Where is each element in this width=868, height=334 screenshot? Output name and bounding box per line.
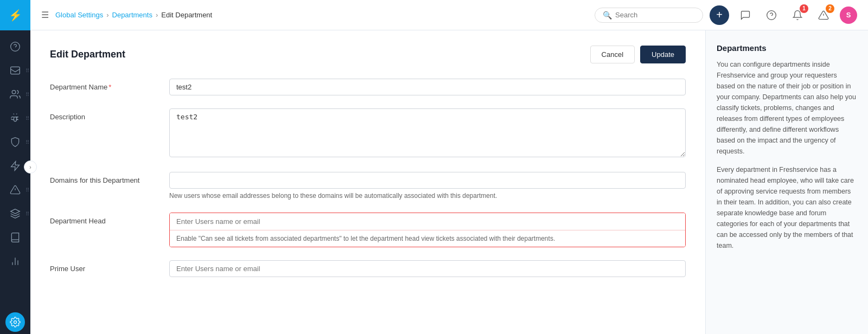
menu-button[interactable]: ☰	[41, 10, 49, 20]
label-department-head: Department Head	[50, 213, 169, 225]
svg-rect-3	[14, 117, 17, 121]
domains-help-text: New users whose email addresses belong t…	[169, 192, 686, 200]
input-wrapper-department-head: Enable "Can see all tickets from associa…	[169, 213, 686, 247]
drag-handle: ⠿	[25, 139, 29, 145]
breadcrumb-sep-2: ›	[156, 11, 158, 19]
description-input[interactable]: test2	[169, 108, 686, 157]
sidebar-nav: ⠿ ⠿ ⠿ ⠿ ⠿	[0, 30, 30, 334]
sidebar-item-users[interactable]: ⠿	[0, 82, 30, 106]
domains-input[interactable]	[169, 172, 686, 189]
messages-button[interactable]	[736, 5, 755, 25]
sidebar-item-book[interactable]	[0, 226, 30, 249]
sidebar-item-settings[interactable]	[0, 310, 30, 334]
search-input[interactable]	[615, 11, 695, 19]
sidebar-item-bug[interactable]: ⠿	[0, 106, 30, 130]
drag-handle: ⠿	[25, 115, 29, 121]
input-wrapper-department-name	[169, 79, 686, 95]
form-title: Edit Department	[50, 49, 125, 60]
drag-handle: ⠿	[25, 92, 29, 98]
label-domains: Domains for this Department	[50, 172, 169, 184]
alerts-badge: 2	[826, 4, 834, 13]
input-wrapper-prime-user	[169, 260, 686, 277]
drag-handle: ⠿	[25, 68, 29, 74]
breadcrumb: Global Settings › Departments › Edit Dep…	[55, 11, 212, 19]
main-wrapper: ☰ Global Settings › Departments › Edit D…	[30, 0, 868, 334]
breadcrumb-current: Edit Department	[161, 11, 212, 19]
alerts-button[interactable]: 2	[814, 5, 833, 25]
field-department-name: Department Name*	[50, 79, 686, 95]
svg-rect-1	[11, 67, 20, 74]
department-head-input[interactable]	[170, 213, 685, 230]
navbar: ☰ Global Settings › Departments › Edit D…	[30, 0, 868, 30]
form-actions: Cancel Update	[590, 46, 686, 63]
department-head-hint: Enable "Can see all tickets from associa…	[170, 230, 685, 247]
input-wrapper-domains: New users whose email addresses belong t…	[169, 172, 686, 200]
drag-handle: ⠿	[25, 211, 29, 217]
form-panel: Edit Department Cancel Update Department…	[30, 30, 705, 334]
sidebar-item-alert[interactable]: ⠿	[0, 178, 30, 202]
label-department-name: Department Name*	[50, 79, 169, 91]
input-wrapper-description: test2	[169, 108, 686, 159]
svg-marker-7	[11, 209, 20, 214]
info-panel-text-1: You can configure departments inside Fre…	[717, 59, 857, 157]
sidebar-item-chart[interactable]	[0, 249, 30, 273]
department-head-box: Enable "Can see all tickets from associa…	[169, 213, 686, 247]
add-button[interactable]: +	[710, 5, 729, 25]
notifications-badge: 1	[800, 4, 808, 13]
search-box[interactable]: 🔍	[595, 8, 703, 23]
prime-user-input[interactable]	[169, 260, 686, 277]
svg-point-2	[12, 91, 16, 94]
svg-point-0	[11, 42, 20, 52]
breadcrumb-departments[interactable]: Departments	[112, 11, 152, 19]
avatar[interactable]: S	[840, 7, 857, 24]
drag-handle: ⠿	[25, 187, 29, 193]
cancel-button[interactable]: Cancel	[590, 46, 635, 63]
notifications-button[interactable]: 1	[788, 5, 807, 25]
form-header: Edit Department Cancel Update	[50, 46, 686, 63]
field-prime-user: Prime User	[50, 260, 686, 277]
svg-marker-4	[11, 162, 20, 171]
update-button[interactable]: Update	[640, 46, 686, 63]
sidebar-collapse-btn[interactable]: ›	[24, 160, 37, 174]
label-description: Description	[50, 108, 169, 121]
app-logo[interactable]: ⚡	[0, 0, 30, 30]
active-indicator	[5, 312, 25, 332]
breadcrumb-sep-1: ›	[106, 11, 108, 19]
info-panel: Departments You can configure department…	[705, 30, 868, 334]
breadcrumb-global-settings[interactable]: Global Settings	[55, 11, 103, 19]
svg-point-11	[14, 321, 17, 324]
label-prime-user: Prime User	[50, 260, 169, 273]
sidebar: ⚡ ⠿ ⠿ ⠿ ⠿	[0, 0, 30, 334]
department-name-input[interactable]	[169, 79, 686, 95]
sidebar-item-inbox[interactable]: ⠿	[0, 59, 30, 82]
content-area: Edit Department Cancel Update Department…	[30, 30, 868, 334]
search-icon: 🔍	[603, 11, 612, 20]
info-panel-title: Departments	[717, 43, 857, 53]
field-domains: Domains for this Department New users wh…	[50, 172, 686, 200]
sidebar-item-shield[interactable]: ⠿	[0, 130, 30, 154]
svg-point-12	[767, 10, 776, 20]
field-description: Description test2	[50, 108, 686, 159]
info-panel-text-2: Every department in Freshservice has a n…	[717, 164, 857, 251]
navbar-right: 🔍 + 1 2 S	[595, 5, 857, 25]
sidebar-item-layers[interactable]: ⠿	[0, 202, 30, 226]
help-button[interactable]	[762, 5, 781, 25]
field-department-head: Department Head Enable "Can see all tick…	[50, 213, 686, 247]
sidebar-item-question[interactable]	[0, 35, 30, 59]
